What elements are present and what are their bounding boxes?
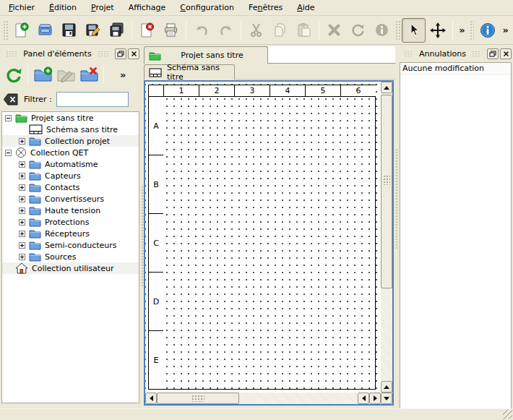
folder-icon [29,217,41,227]
resize-grip[interactable] [503,410,512,419]
scroll-up-button[interactable] [381,82,392,93]
titlebar-texture [6,51,17,57]
close-file-button[interactable] [135,18,159,43]
collapse-expander-icon[interactable] [5,150,12,156]
vertical-scrollbar[interactable] [381,82,392,404]
tree-item-haute-tension[interactable]: Haute tension [2,205,139,216]
menu-fichier[interactable]: Fichier [1,1,42,15]
undo-list-item[interactable]: Aucune modification [400,63,511,75]
menu-configuration[interactable]: Configuration [173,1,241,15]
tree-item-label: Collection utilisateur [32,263,113,273]
scroll-left-button[interactable] [145,393,157,404]
elements-panel-titlebar[interactable]: Panel d'éléments [1,46,139,61]
expand-expander-icon[interactable] [19,231,25,237]
vertical-scroll-thumb[interactable] [381,95,392,288]
scroll-right-button[interactable] [369,393,381,404]
tree-item-collection-projet[interactable]: Collection projet [2,135,139,147]
about-info-button[interactable] [475,18,499,43]
new-category-button[interactable] [31,62,54,87]
float-panel-button[interactable] [487,48,499,59]
expand-expander-icon[interactable] [19,184,25,191]
toolbar-drag-handle[interactable] [470,20,475,40]
folder-icon [29,252,41,262]
rotate-icon [350,22,366,38]
tree-item-sources[interactable]: Sources [2,251,139,262]
expand-expander-icon[interactable] [19,161,25,168]
tree-item-capteurs[interactable]: Capteurs [2,170,139,181]
menu-fenetres[interactable]: Fenêtres [241,1,290,15]
horizontal-scroll-track[interactable] [157,393,358,404]
expand-expander-icon[interactable] [19,207,25,214]
tab-schema-sans-titre[interactable]: Schéma sans titre [144,64,235,80]
tree-item-convertisseurs[interactable]: Convertisseurs [2,193,139,205]
clear-filter-button[interactable] [3,93,19,106]
tree-item-contacts[interactable]: Contacts [2,181,139,193]
toolbar-drag-handle[interactable] [395,20,400,40]
tree-item-collection-utilisateur[interactable]: Collection utilisateur [2,262,139,274]
home-icon [15,262,28,274]
expand-expander-icon[interactable] [19,219,25,226]
float-panel-button[interactable] [115,48,126,59]
horizontal-scroll-thumb[interactable] [157,393,239,404]
expand-expander-icon[interactable] [19,196,25,202]
close-panel-button[interactable] [500,48,512,59]
project-folder-icon [149,51,161,61]
toolbar-overflow-button[interactable]: » [499,25,511,35]
row-header: B [149,155,163,214]
tree-item-semi-conducteurs[interactable]: Semi-conducteurs [2,239,139,251]
filter-input[interactable] [56,92,129,107]
panel-toolbar-overflow-button[interactable]: » [117,69,129,80]
element-info-button [370,18,394,43]
save-as-button[interactable] [81,18,105,43]
tree-item-automatisme[interactable]: Automatisme [2,158,139,170]
close-file-icon [139,22,155,38]
undo-panel-titlebar[interactable]: Annulations [400,46,512,61]
vertical-scroll-track[interactable] [381,93,392,381]
info-blue-icon [479,22,496,39]
scroll-down-button[interactable] [381,393,392,404]
select-tool-button[interactable] [402,18,426,43]
tree-item-label: Collection QET [30,147,88,158]
collapse-expander-icon[interactable] [5,115,12,121]
horizontal-scrollbar[interactable] [145,393,381,404]
reload-collections-button[interactable] [1,62,25,87]
new-project-button[interactable] [9,18,33,43]
edit-category-button [54,62,77,87]
toolbar-overflow-button[interactable]: » [456,25,467,35]
arrow-right-icon [374,395,377,401]
expand-expander-icon[interactable] [19,242,25,249]
menu-projet[interactable]: Projet [84,1,121,15]
tree-item-collection-qet[interactable]: Collection QET [2,147,139,158]
scroll-left-button[interactable] [358,393,369,404]
open-project-button[interactable] [33,18,57,43]
undo-history-list: Aucune modification [400,62,512,410]
schema-canvas[interactable]: 1 2 3 4 5 6 A B C D E [145,82,381,393]
cut-button [244,18,268,43]
close-panel-button[interactable] [128,48,139,59]
move-tool-button[interactable] [426,18,449,43]
save-button[interactable] [57,18,81,43]
expand-expander-icon[interactable] [19,173,25,179]
folder-delete-icon [79,65,99,85]
scroll-up-button[interactable] [381,381,392,393]
tree-item-recepteurs[interactable]: Récepteurs [2,228,139,239]
delete-category-button[interactable] [77,62,100,87]
tree-item-label: Récepteurs [45,228,90,239]
toolbar-drag-handle[interactable] [3,20,8,40]
open-folder-icon [37,22,53,38]
tree-item-label: Capteurs [45,171,81,181]
tree-item-project[interactable]: Projet sans titre [2,112,139,124]
menu-aide[interactable]: Aide [290,1,322,15]
menu-affichage[interactable]: Affichage [121,1,173,15]
expand-expander-icon[interactable] [19,254,25,260]
expand-expander-icon[interactable] [19,138,25,145]
copy-icon [272,22,288,38]
tab-bar-empty-area [235,64,395,80]
tree-item-schema[interactable]: Schéma sans titre [2,124,139,135]
tab-projet-sans-titre[interactable]: Projet sans titre [144,46,268,64]
paste-icon [296,22,312,38]
menu-edition[interactable]: Édition [42,1,84,15]
tree-item-protections[interactable]: Protections [2,216,139,228]
save-all-button[interactable] [105,18,129,43]
print-button[interactable] [159,18,183,43]
